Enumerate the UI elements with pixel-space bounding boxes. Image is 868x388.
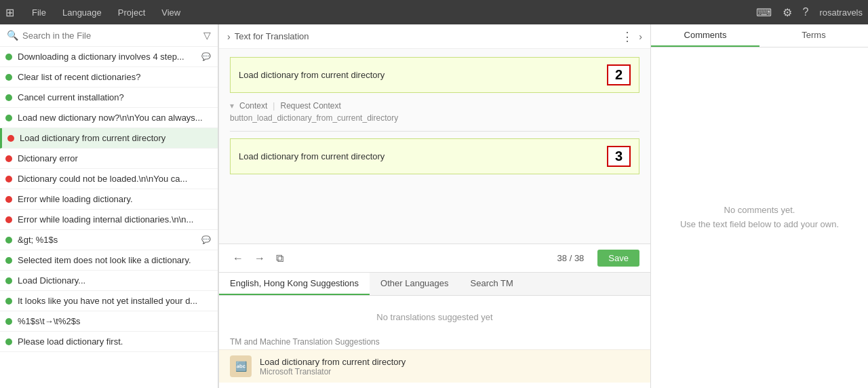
status-dot — [5, 277, 12, 284]
sidebar-item[interactable]: %1$s\t→\t%2$s — [0, 311, 218, 332]
status-dot — [5, 237, 12, 244]
sidebar-item-label: Selected item does not look like a dicti… — [18, 255, 211, 265]
request-context-label[interactable]: Request Context — [280, 101, 340, 111]
search-input[interactable] — [22, 31, 203, 41]
source-text: Load dictionary from current directory — [239, 70, 596, 80]
sidebar-item-label: Load Dictionary... — [18, 275, 211, 286]
menu-language[interactable]: Language — [56, 5, 108, 20]
translation-toolbar: ← → ⧉ 38 / 38 Save — [219, 244, 650, 272]
search-icon: 🔍 — [7, 30, 18, 41]
tm-header: TM and Machine Translation Suggestions — [219, 333, 650, 349]
sidebar-item[interactable]: Error while loading internal dictionarie… — [0, 210, 218, 230]
copy-icon[interactable]: ⧉ — [273, 251, 286, 266]
right-panel-content: No comments yet. Use the text field belo… — [651, 47, 868, 388]
sidebar-item[interactable]: Dictionary error1 — [0, 149, 218, 169]
status-dot — [5, 257, 12, 264]
sidebar-item[interactable]: Selected item does not look like a dicti… — [0, 250, 218, 271]
sidebar-item[interactable]: Load new dictionary now?\n\nYou can alwa… — [0, 108, 218, 128]
help-icon[interactable]: ? — [803, 6, 809, 18]
right-panel: CommentsTerms No comments yet. Use the t… — [651, 24, 868, 388]
suggestions-tab-other[interactable]: Other Languages — [370, 273, 459, 295]
source-badge: 2 — [607, 64, 631, 85]
settings-icon[interactable]: ⚙ — [783, 6, 792, 19]
menu-bar: ⊞ File Language Project View ⌨ ⚙ ? rosat… — [0, 0, 868, 24]
translation-area: Load dictionary from current directory 2… — [219, 49, 650, 244]
sidebar: 🔍 ▽ Downloading a dictionary involves 4 … — [0, 24, 218, 388]
target-text-box[interactable]: Load dictionary from current directory 3 — [230, 138, 639, 174]
target-text[interactable]: Load dictionary from current directory — [239, 151, 596, 161]
tm-items-container: 🔤Load dictionary from current directoryM… — [219, 349, 650, 383]
username: rosatravels — [819, 7, 863, 18]
save-button[interactable]: Save — [597, 250, 639, 267]
sidebar-items: Downloading a dictionary involves 4 step… — [0, 47, 218, 388]
back-icon[interactable]: ← — [230, 251, 246, 266]
status-dot — [5, 298, 12, 305]
comment-icon: 💬 — [201, 235, 211, 244]
status-dot — [5, 54, 12, 60]
status-dot — [7, 135, 14, 142]
menu-project[interactable]: Project — [111, 5, 152, 20]
status-dot — [5, 115, 12, 121]
sidebar-item[interactable]: Load Dictionary... — [0, 271, 218, 291]
tm-item-text: Load dictionary from current directory — [260, 357, 406, 367]
sidebar-item[interactable]: &gt; %1$s💬 — [0, 230, 218, 250]
sidebar-item-label: Error while loading internal dictionarie… — [18, 214, 211, 225]
sidebar-item-label: Load dictionary from current directory — [20, 133, 211, 143]
status-dot — [5, 196, 12, 203]
comment-icon: 💬 — [201, 52, 211, 61]
sidebar-item[interactable]: It looks like you have not yet installed… — [0, 291, 218, 311]
context-label[interactable]: Context — [239, 101, 267, 111]
no-comments-line2: Use the text field below to add your own… — [680, 218, 839, 232]
filter-icon[interactable]: ▽ — [203, 30, 211, 41]
sidebar-item[interactable]: Downloading a dictionary involves 4 step… — [0, 47, 218, 67]
sidebar-item-label: It looks like you have not yet installed… — [18, 296, 211, 306]
menu-file[interactable]: File — [25, 5, 53, 20]
sidebar-item-label: Dictionary could not be loaded.\n\nYou c… — [18, 174, 211, 184]
sidebar-item[interactable]: Dictionary could not be loaded.\n\nYou c… — [0, 169, 218, 189]
center-title: Text for Translation — [235, 31, 622, 41]
status-dot — [5, 94, 12, 101]
status-dot — [5, 74, 12, 81]
keyboard-icon[interactable]: ⌨ — [756, 6, 772, 19]
forward-icon[interactable]: → — [252, 251, 268, 266]
status-dot — [5, 338, 12, 345]
sidebar-item[interactable]: Cancel current installation? — [0, 88, 218, 108]
sidebar-item[interactable]: Clear list of recent dictionaries? — [0, 67, 218, 88]
tm-suggestion-item[interactable]: 🔤Load dictionary from current directoryM… — [219, 349, 650, 383]
collapse-icon[interactable]: › — [639, 31, 642, 42]
suggestions-content: No translations suggested yet TM and Mac… — [219, 296, 650, 388]
no-suggestions-text: No translations suggested yet — [219, 301, 650, 333]
status-dot — [5, 176, 12, 182]
progress-text: 38 / 38 — [557, 253, 585, 263]
sidebar-item[interactable]: Load dictionary from current directory — [0, 128, 218, 149]
sidebar-item-label: Please load dictionary first. — [18, 336, 211, 347]
tm-item-text-container: Load dictionary from current directoryMi… — [260, 357, 406, 376]
target-badge: 3 — [607, 146, 631, 167]
sidebar-item-label: Load new dictionary now?\n\nYou can alwa… — [18, 113, 211, 123]
sidebar-item-label: &gt; %1$s — [18, 235, 199, 245]
right-tab-terms[interactable]: Terms — [760, 24, 868, 47]
menu-view[interactable]: View — [155, 5, 187, 20]
menu-bar-right: ⌨ ⚙ ? rosatravels — [756, 6, 863, 19]
sidebar-item-label: %1$s\t→\t%2$s — [18, 316, 211, 326]
right-tab-comments[interactable]: Comments — [651, 24, 760, 47]
no-comments-line1: No comments yet. — [680, 203, 839, 218]
sidebar-item-label: Cancel current installation? — [18, 92, 211, 102]
sidebar-item[interactable]: Error while loading dictionary. — [0, 189, 218, 210]
sidebar-item-label: Clear list of recent dictionaries? — [18, 72, 211, 82]
suggestions-tab-hk[interactable]: English, Hong Kong Suggestions — [219, 273, 370, 295]
status-dot — [5, 318, 12, 325]
center-panel: › Text for Translation ⋮ › Load dictiona… — [218, 24, 651, 388]
sidebar-item-label: Dictionary error — [18, 153, 211, 163]
grid-icon[interactable]: ⊞ — [5, 6, 14, 19]
right-panel-tabs: CommentsTerms — [651, 24, 868, 47]
context-separator: | — [273, 101, 275, 111]
more-options-icon[interactable]: ⋮ — [621, 29, 633, 44]
panel-arrow: › — [227, 31, 231, 42]
suggestions-tab-tm[interactable]: Search TM — [460, 273, 524, 295]
sidebar-item-label: Downloading a dictionary involves 4 step… — [18, 52, 199, 62]
main-layout: 🔍 ▽ Downloading a dictionary involves 4 … — [0, 24, 868, 388]
sidebar-item[interactable]: Please load dictionary first. — [0, 332, 218, 352]
sidebar-item-label: Error while loading dictionary. — [18, 194, 211, 204]
context-arrow: ▾ — [230, 101, 234, 111]
